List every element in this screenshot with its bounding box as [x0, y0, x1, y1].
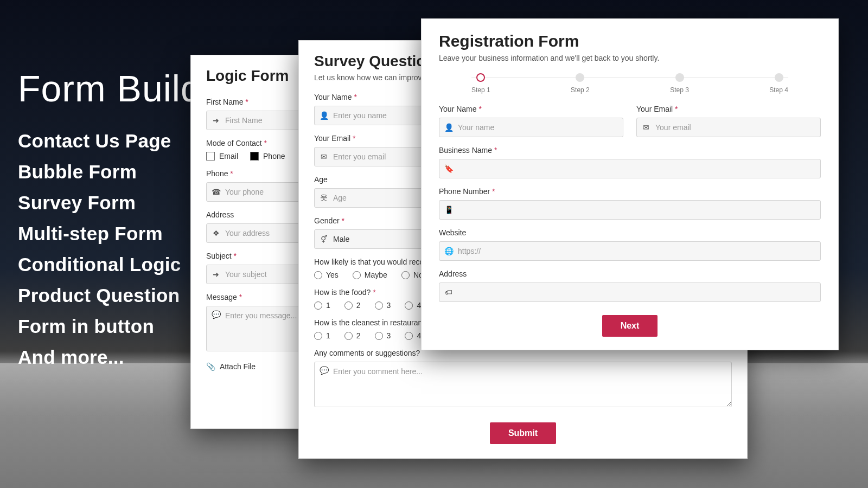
mail-icon: ✉ — [642, 123, 650, 132]
reg-email-input[interactable] — [636, 118, 821, 137]
step-indicator: Step 1 Step 2 Step 3 Step 4 — [471, 73, 788, 94]
registration-form-card: Registration Form Leave your business in… — [421, 18, 839, 350]
recommend-no-radio[interactable]: No — [401, 271, 423, 279]
reg-title: Registration Form — [439, 32, 821, 50]
recommend-maybe-radio[interactable]: Maybe — [353, 271, 387, 279]
submit-button[interactable]: Submit — [490, 422, 556, 444]
mode-email-checkbox[interactable]: Email — [206, 152, 238, 160]
clean-2-radio[interactable]: 2 — [344, 331, 361, 340]
globe-icon: 🌐 — [444, 247, 453, 255]
food-3-radio[interactable]: 3 — [375, 301, 391, 310]
step-4[interactable]: Step 4 — [769, 73, 788, 94]
chat-icon: 💬 — [320, 366, 328, 375]
map-icon: ❖ — [212, 229, 220, 237]
mobile-icon: 📱 — [444, 206, 453, 214]
next-button[interactable]: Next — [602, 315, 658, 337]
food-4-radio[interactable]: 4 — [405, 301, 421, 310]
reg-address-input[interactable] — [439, 282, 821, 302]
reg-address-label: Address — [439, 269, 821, 278]
chat-icon: 💬 — [212, 310, 220, 319]
person-icon: 웃 — [320, 193, 328, 203]
business-label: Business Name — [439, 146, 821, 155]
reg-subtitle: Leave your business information and we'l… — [439, 54, 821, 62]
website-label: Website — [439, 228, 821, 237]
gender-icon: ⚥ — [320, 235, 328, 243]
clean-1-radio[interactable]: 1 — [314, 331, 330, 340]
reg-name-input[interactable] — [439, 118, 623, 137]
reg-email-label: Your Email — [636, 105, 821, 113]
business-input[interactable] — [439, 159, 821, 178]
clean-3-radio[interactable]: 3 — [375, 331, 391, 340]
step-2[interactable]: Step 2 — [571, 73, 590, 94]
bookmark-icon: 🔖 — [444, 164, 453, 173]
reg-phone-input[interactable] — [439, 200, 821, 220]
user-icon: 👤 — [444, 123, 453, 132]
address-card-icon: 🏷 — [444, 288, 453, 297]
food-1-radio[interactable]: 1 — [314, 301, 330, 310]
step-1[interactable]: Step 1 — [471, 73, 490, 94]
food-2-radio[interactable]: 2 — [344, 301, 361, 310]
reg-phone-label: Phone Number — [439, 187, 821, 196]
recommend-yes-radio[interactable]: Yes — [314, 271, 339, 279]
mode-phone-checkbox[interactable]: Phone — [250, 152, 285, 160]
paperclip-icon: 📎 — [206, 362, 215, 371]
phone-icon: ☎ — [212, 188, 220, 196]
arrow-right-icon: ➜ — [212, 116, 220, 125]
mail-icon: ✉ — [320, 152, 328, 161]
arrow-right-icon: ➜ — [212, 270, 220, 279]
step-3[interactable]: Step 3 — [670, 73, 689, 94]
website-input[interactable] — [439, 241, 821, 261]
reg-name-label: Your Name — [439, 105, 623, 113]
user-icon: 👤 — [320, 111, 328, 120]
comments-textarea[interactable] — [314, 362, 732, 407]
clean-4-radio[interactable]: 4 — [405, 331, 421, 340]
